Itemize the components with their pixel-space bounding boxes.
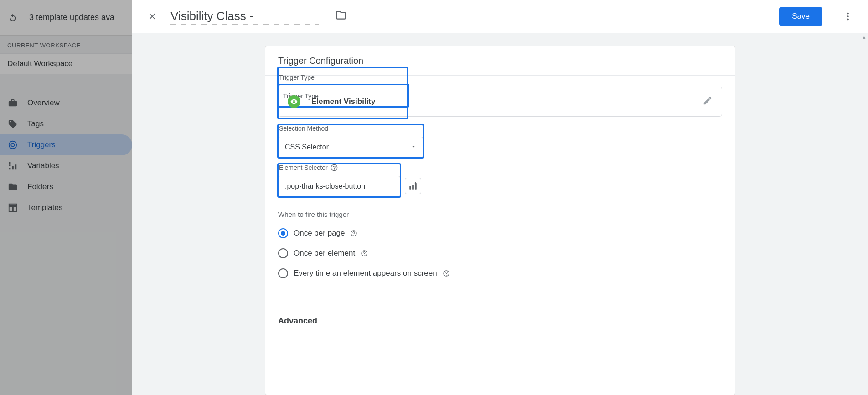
- radio-icon[interactable]: [278, 268, 288, 278]
- selection-method-value: CSS Selector: [285, 143, 329, 151]
- fire-option-once-per-element[interactable]: Once per element: [278, 248, 722, 258]
- svg-point-0: [847, 13, 849, 15]
- insert-variable-button[interactable]: [405, 178, 421, 194]
- svg-rect-3: [410, 186, 411, 190]
- radio-icon[interactable]: [278, 248, 288, 258]
- selection-method-label: Selection Method: [278, 125, 423, 135]
- save-button[interactable]: Save: [779, 7, 822, 26]
- element-selector-input[interactable]: [278, 176, 400, 197]
- more-vert-icon[interactable]: [839, 7, 857, 26]
- element-selector-label: Element Selector: [278, 164, 400, 174]
- svg-point-2: [847, 19, 849, 21]
- scrollbar[interactable]: ▲: [860, 33, 868, 395]
- fire-option-label: Every time an element appears on screen: [294, 269, 437, 278]
- help-icon[interactable]: [361, 250, 368, 257]
- fire-option-once-per-page[interactable]: Once per page: [278, 228, 722, 238]
- element-selector-label-text: Element Selector: [279, 164, 328, 171]
- svg-rect-4: [412, 185, 413, 190]
- help-icon[interactable]: [350, 230, 357, 237]
- fire-option-every-time[interactable]: Every time an element appears on screen: [278, 268, 722, 278]
- radio-icon[interactable]: [278, 228, 288, 238]
- trigger-type-value: Element Visibility: [311, 97, 692, 106]
- fire-option-label: Once per page: [294, 229, 345, 238]
- advanced-section-title: Advanced: [278, 316, 722, 326]
- scroll-up-icon[interactable]: ▲: [860, 33, 868, 41]
- caret-down-icon: [411, 143, 416, 151]
- fire-option-label: Once per element: [294, 249, 355, 258]
- close-icon[interactable]: [143, 7, 161, 26]
- help-icon[interactable]: [443, 270, 450, 277]
- visibility-eye-icon: [288, 95, 300, 108]
- svg-point-1: [847, 15, 849, 17]
- trigger-name-input[interactable]: [170, 8, 319, 25]
- selection-method-select[interactable]: CSS Selector: [278, 137, 423, 158]
- pencil-icon[interactable]: [703, 96, 713, 108]
- when-to-fire-label: When to fire this trigger: [278, 210, 722, 218]
- help-icon[interactable]: [331, 164, 338, 171]
- trigger-type-select-row[interactable]: Element Visibility: [278, 87, 722, 117]
- trigger-type-label-2: Trigger Type: [278, 70, 722, 84]
- svg-rect-5: [415, 184, 416, 190]
- trigger-config-card: Trigger Configuration Trigger Type Trigg…: [265, 46, 735, 395]
- folder-outline-icon[interactable]: [335, 10, 347, 23]
- trigger-editor-panel: Save Trigger Configuration Trigger Type …: [132, 0, 868, 395]
- panel-body: Trigger Configuration Trigger Type Trigg…: [132, 33, 868, 395]
- panel-header: Save: [132, 0, 868, 33]
